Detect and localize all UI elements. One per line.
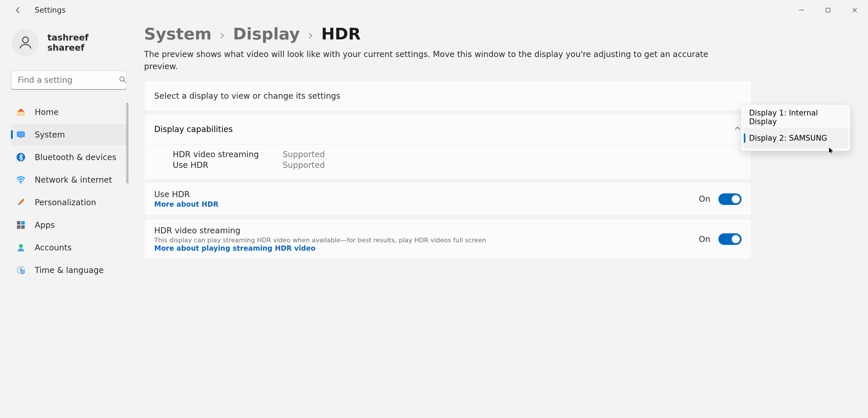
- nav-item-personalization[interactable]: Personalization: [11, 191, 127, 213]
- dropdown-item-display-2[interactable]: Display 2: SAMSUNG: [743, 128, 848, 149]
- chevron-up-icon: [734, 124, 742, 134]
- sidebar: tashreef shareef Home System: [0, 20, 133, 418]
- bluetooth-icon: [16, 152, 26, 162]
- breadcrumb-system[interactable]: System: [144, 24, 212, 43]
- display-capabilities-title: Display capabilities: [154, 124, 232, 134]
- svg-point-3: [120, 77, 124, 81]
- app-title: Settings: [35, 6, 66, 14]
- home-icon: [16, 107, 26, 117]
- hdr-streaming-state: On: [699, 235, 710, 244]
- nav-item-system[interactable]: System: [11, 124, 127, 145]
- main-content: System Display HDR The preview shows wha…: [133, 20, 868, 418]
- svg-rect-1: [826, 8, 830, 12]
- nav-item-accounts[interactable]: Accounts: [11, 237, 127, 258]
- nav-item-timelang[interactable]: Time & language: [11, 259, 127, 281]
- hdr-streaming-toggle[interactable]: [718, 233, 742, 245]
- breadcrumb: System Display HDR: [144, 24, 752, 43]
- more-about-hdr-link[interactable]: More about HDR: [154, 200, 218, 208]
- display-capabilities-header[interactable]: Display capabilities: [144, 114, 751, 144]
- nav-label: Network & internet: [35, 175, 112, 185]
- nav-item-home[interactable]: Home: [11, 101, 127, 123]
- chevron-right-icon: [218, 28, 226, 42]
- capability-row: Use HDR Supported: [173, 160, 742, 170]
- svg-point-2: [23, 37, 28, 43]
- titlebar: Settings: [0, 0, 868, 20]
- user-name: tashreef shareef: [48, 32, 127, 53]
- svg-rect-13: [21, 225, 25, 229]
- nav-label: Personalization: [35, 198, 96, 207]
- apps-icon: [16, 220, 26, 230]
- use-hdr-card: Use HDR More about HDR On: [144, 182, 752, 216]
- nav-item-apps[interactable]: Apps: [11, 214, 127, 236]
- hdr-streaming-card: HDR video streaming This display can pla…: [144, 218, 752, 260]
- nav-label: Time & language: [35, 265, 104, 275]
- time-language-icon: [16, 265, 26, 275]
- cursor-icon: [829, 147, 834, 156]
- svg-rect-12: [17, 225, 21, 229]
- capability-name: HDR video streaming: [173, 150, 259, 159]
- search-icon: [119, 76, 127, 85]
- more-about-hdr-streaming-link[interactable]: More about playing streaming HDR video: [154, 244, 486, 252]
- search-box[interactable]: [11, 71, 127, 90]
- nav-label: Home: [35, 108, 59, 117]
- network-icon: [16, 175, 26, 185]
- capability-row: HDR video streaming Supported: [173, 150, 742, 159]
- use-hdr-title: Use HDR: [154, 189, 218, 199]
- system-icon: [16, 129, 26, 140]
- minimize-button[interactable]: [788, 3, 815, 18]
- breadcrumb-display[interactable]: Display: [233, 24, 300, 43]
- dropdown-item-display-1[interactable]: Display 1: Internal Display: [743, 107, 848, 128]
- avatar: [12, 29, 39, 56]
- svg-rect-7: [20, 137, 22, 138]
- search-input[interactable]: [18, 75, 119, 85]
- nav-item-network[interactable]: Network & internet: [11, 169, 127, 190]
- svg-point-14: [19, 244, 23, 248]
- display-capabilities-card: Display capabilities HDR video streaming…: [144, 114, 752, 179]
- dropdown-item-label: Display 2: SAMSUNG: [749, 134, 827, 142]
- svg-point-9: [20, 182, 22, 183]
- chevron-right-icon: [307, 28, 314, 42]
- display-select-dropdown[interactable]: Display 1: Internal Display Display 2: S…: [741, 104, 850, 151]
- hdr-streaming-title: HDR video streaming: [154, 226, 486, 235]
- select-display-label: Select a display to view or change its s…: [154, 91, 340, 101]
- capability-value: Supported: [283, 150, 325, 159]
- svg-rect-6: [18, 132, 24, 136]
- maximize-button[interactable]: [815, 3, 841, 18]
- back-button[interactable]: [13, 4, 24, 16]
- select-display-card[interactable]: Select a display to view or change its s…: [144, 81, 752, 111]
- breadcrumb-current: HDR: [321, 24, 361, 43]
- dropdown-item-label: Display 1: Internal Display: [749, 109, 842, 126]
- accounts-icon: [16, 242, 26, 253]
- use-hdr-toggle[interactable]: [718, 193, 742, 205]
- svg-rect-10: [17, 221, 21, 225]
- personalization-icon: [16, 197, 26, 208]
- nav-label: Accounts: [35, 243, 72, 252]
- nav-item-bluetooth[interactable]: Bluetooth & devices: [11, 147, 127, 168]
- capability-name: Use HDR: [173, 160, 259, 170]
- close-button[interactable]: [841, 3, 868, 18]
- hdr-streaming-desc: This display can play streaming HDR vide…: [154, 237, 486, 244]
- nav-scrollbar[interactable]: [126, 101, 128, 235]
- capability-value: Supported: [283, 160, 325, 170]
- user-account[interactable]: tashreef shareef: [11, 29, 127, 56]
- svg-line-4: [124, 81, 126, 83]
- nav: Home System Bluetooth & devices Network …: [11, 101, 127, 281]
- nav-label: Apps: [35, 220, 55, 230]
- use-hdr-state: On: [699, 194, 710, 204]
- nav-label: System: [35, 130, 65, 140]
- nav-label: Bluetooth & devices: [35, 153, 116, 162]
- page-description: The preview shows what video will look l…: [144, 48, 752, 73]
- svg-rect-11: [21, 221, 25, 225]
